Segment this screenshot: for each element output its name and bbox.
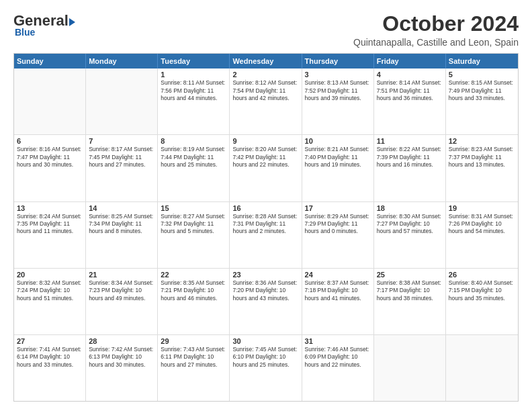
cell-info: Sunrise: 8:11 AM Sunset: 7:56 PM Dayligh… [161, 79, 226, 102]
calendar-cell-4-6: 25Sunrise: 8:38 AM Sunset: 7:17 PM Dayli… [374, 269, 446, 334]
cell-info: Sunrise: 8:14 AM Sunset: 7:51 PM Dayligh… [377, 79, 443, 102]
calendar-cell-5-7 [446, 335, 518, 401]
calendar-cell-4-5: 24Sunrise: 8:37 AM Sunset: 7:18 PM Dayli… [302, 269, 374, 334]
calendar-row-5: 27Sunrise: 7:41 AM Sunset: 6:14 PM Dayli… [14, 335, 518, 401]
calendar-header: SundayMondayTuesdayWednesdayThursdayFrid… [14, 54, 518, 68]
calendar-cell-3-5: 17Sunrise: 8:29 AM Sunset: 7:29 PM Dayli… [302, 202, 374, 268]
calendar-cell-5-1: 27Sunrise: 7:41 AM Sunset: 6:14 PM Dayli… [14, 335, 86, 401]
calendar-cell-3-2: 14Sunrise: 8:25 AM Sunset: 7:34 PM Dayli… [86, 202, 158, 268]
logo-blue: Blue [13, 27, 35, 38]
calendar-cell-1-5: 3Sunrise: 8:13 AM Sunset: 7:52 PM Daylig… [302, 68, 374, 134]
logo-arrow-icon [69, 18, 75, 26]
calendar-cell-1-1 [14, 68, 86, 134]
calendar-row-3: 13Sunrise: 8:24 AM Sunset: 7:35 PM Dayli… [14, 202, 518, 269]
calendar-cell-3-4: 16Sunrise: 8:28 AM Sunset: 7:31 PM Dayli… [230, 202, 302, 268]
calendar-cell-2-7: 12Sunrise: 8:23 AM Sunset: 7:37 PM Dayli… [446, 135, 518, 201]
cell-info: Sunrise: 8:23 AM Sunset: 7:37 PM Dayligh… [449, 146, 515, 169]
page: General Blue October 2024 Quintanapalla,… [0, 0, 532, 411]
cell-info: Sunrise: 8:30 AM Sunset: 7:27 PM Dayligh… [377, 213, 443, 236]
calendar-cell-4-4: 23Sunrise: 8:36 AM Sunset: 7:20 PM Dayli… [230, 269, 302, 334]
cell-info: Sunrise: 8:19 AM Sunset: 7:44 PM Dayligh… [161, 146, 226, 169]
cell-info: Sunrise: 8:21 AM Sunset: 7:40 PM Dayligh… [305, 146, 371, 169]
calendar-cell-2-3: 8Sunrise: 8:19 AM Sunset: 7:44 PM Daylig… [158, 135, 230, 201]
calendar-row-2: 6Sunrise: 8:16 AM Sunset: 7:47 PM Daylig… [14, 135, 518, 201]
calendar-cell-5-3: 29Sunrise: 7:43 AM Sunset: 6:11 PM Dayli… [158, 335, 230, 401]
calendar-cell-4-2: 21Sunrise: 8:34 AM Sunset: 7:23 PM Dayli… [86, 269, 158, 334]
day-number: 9 [232, 137, 298, 145]
location: Quintanapalla, Castille and Leon, Spain [353, 37, 519, 48]
cell-info: Sunrise: 8:27 AM Sunset: 7:32 PM Dayligh… [161, 213, 226, 236]
calendar-cell-4-1: 20Sunrise: 8:32 AM Sunset: 7:24 PM Dayli… [14, 269, 86, 334]
cell-info: Sunrise: 8:12 AM Sunset: 7:54 PM Dayligh… [232, 79, 298, 102]
cell-info: Sunrise: 8:17 AM Sunset: 7:45 PM Dayligh… [89, 146, 154, 169]
calendar-cell-1-3: 1Sunrise: 8:11 AM Sunset: 7:56 PM Daylig… [158, 68, 230, 134]
calendar-body: 1Sunrise: 8:11 AM Sunset: 7:56 PM Daylig… [14, 68, 518, 401]
day-number: 17 [305, 204, 371, 212]
calendar-cell-1-6: 4Sunrise: 8:14 AM Sunset: 7:51 PM Daylig… [374, 68, 446, 134]
day-number: 6 [17, 137, 83, 145]
calendar-cell-5-4: 30Sunrise: 7:45 AM Sunset: 6:10 PM Dayli… [230, 335, 302, 401]
calendar: SundayMondayTuesdayWednesdayThursdayFrid… [13, 53, 519, 402]
day-number: 31 [305, 337, 371, 345]
weekday-header-sunday: Sunday [14, 54, 86, 68]
day-number: 7 [89, 137, 154, 145]
weekday-header-thursday: Thursday [302, 54, 374, 68]
day-number: 16 [232, 204, 298, 212]
calendar-cell-2-6: 11Sunrise: 8:22 AM Sunset: 7:39 PM Dayli… [374, 135, 446, 201]
calendar-cell-2-5: 10Sunrise: 8:21 AM Sunset: 7:40 PM Dayli… [302, 135, 374, 201]
cell-info: Sunrise: 8:32 AM Sunset: 7:24 PM Dayligh… [17, 279, 83, 302]
weekday-header-friday: Friday [374, 54, 446, 68]
calendar-cell-1-2 [86, 68, 158, 134]
day-number: 2 [232, 71, 298, 79]
calendar-cell-2-2: 7Sunrise: 8:17 AM Sunset: 7:45 PM Daylig… [86, 135, 158, 201]
cell-info: Sunrise: 8:24 AM Sunset: 7:35 PM Dayligh… [17, 213, 83, 236]
month-title: October 2024 [353, 12, 519, 36]
cell-info: Sunrise: 8:34 AM Sunset: 7:23 PM Dayligh… [89, 279, 154, 302]
day-number: 14 [89, 204, 154, 212]
calendar-cell-2-4: 9Sunrise: 8:20 AM Sunset: 7:42 PM Daylig… [230, 135, 302, 201]
day-number: 22 [161, 271, 226, 279]
cell-info: Sunrise: 8:36 AM Sunset: 7:20 PM Dayligh… [232, 279, 298, 302]
day-number: 18 [377, 204, 443, 212]
cell-info: Sunrise: 7:43 AM Sunset: 6:11 PM Dayligh… [161, 346, 226, 369]
cell-info: Sunrise: 8:16 AM Sunset: 7:47 PM Dayligh… [17, 146, 83, 169]
cell-info: Sunrise: 8:35 AM Sunset: 7:21 PM Dayligh… [161, 279, 226, 302]
day-number: 10 [305, 137, 371, 145]
day-number: 1 [161, 71, 226, 79]
day-number: 8 [161, 137, 226, 145]
calendar-row-1: 1Sunrise: 8:11 AM Sunset: 7:56 PM Daylig… [14, 68, 518, 135]
day-number: 11 [377, 137, 443, 145]
logo: General Blue [13, 12, 75, 38]
cell-info: Sunrise: 8:28 AM Sunset: 7:31 PM Dayligh… [232, 213, 298, 236]
day-number: 4 [377, 71, 443, 79]
calendar-cell-1-4: 2Sunrise: 8:12 AM Sunset: 7:54 PM Daylig… [230, 68, 302, 134]
day-number: 12 [449, 137, 515, 145]
day-number: 5 [449, 71, 515, 79]
cell-info: Sunrise: 8:40 AM Sunset: 7:15 PM Dayligh… [449, 279, 515, 302]
calendar-cell-5-2: 28Sunrise: 7:42 AM Sunset: 6:13 PM Dayli… [86, 335, 158, 401]
calendar-cell-3-7: 19Sunrise: 8:31 AM Sunset: 7:26 PM Dayli… [446, 202, 518, 268]
cell-info: Sunrise: 8:37 AM Sunset: 7:18 PM Dayligh… [305, 279, 371, 302]
cell-info: Sunrise: 8:15 AM Sunset: 7:49 PM Dayligh… [449, 79, 515, 102]
cell-info: Sunrise: 7:42 AM Sunset: 6:13 PM Dayligh… [89, 346, 154, 369]
calendar-row-4: 20Sunrise: 8:32 AM Sunset: 7:24 PM Dayli… [14, 269, 518, 335]
day-number: 25 [377, 271, 443, 279]
day-number: 27 [17, 337, 83, 345]
cell-info: Sunrise: 8:38 AM Sunset: 7:17 PM Dayligh… [377, 279, 443, 302]
day-number: 28 [89, 337, 154, 345]
weekday-header-monday: Monday [86, 54, 158, 68]
day-number: 20 [17, 271, 83, 279]
cell-info: Sunrise: 8:20 AM Sunset: 7:42 PM Dayligh… [232, 146, 298, 169]
cell-info: Sunrise: 8:13 AM Sunset: 7:52 PM Dayligh… [305, 79, 371, 102]
cell-info: Sunrise: 8:31 AM Sunset: 7:26 PM Dayligh… [449, 213, 515, 236]
weekday-header-tuesday: Tuesday [158, 54, 230, 68]
calendar-cell-5-6 [374, 335, 446, 401]
calendar-cell-2-1: 6Sunrise: 8:16 AM Sunset: 7:47 PM Daylig… [14, 135, 86, 201]
cell-info: Sunrise: 8:25 AM Sunset: 7:34 PM Dayligh… [89, 213, 154, 236]
weekday-header-saturday: Saturday [446, 54, 518, 68]
title-block: October 2024 Quintanapalla, Castille and… [353, 12, 519, 48]
day-number: 15 [161, 204, 226, 212]
calendar-cell-4-3: 22Sunrise: 8:35 AM Sunset: 7:21 PM Dayli… [158, 269, 230, 334]
weekday-header-wednesday: Wednesday [230, 54, 302, 68]
cell-info: Sunrise: 7:45 AM Sunset: 6:10 PM Dayligh… [232, 346, 298, 369]
